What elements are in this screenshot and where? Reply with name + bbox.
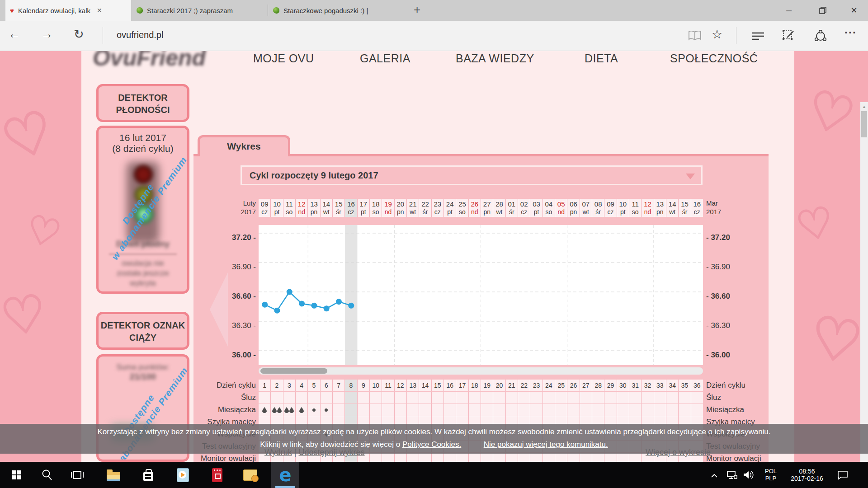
grid-cell[interactable]: [555, 404, 567, 416]
grid-cell[interactable]: 11: [382, 380, 394, 391]
grid-cell[interactable]: 23: [530, 380, 542, 391]
grid-cell[interactable]: 36: [691, 380, 703, 391]
grid-cell[interactable]: [555, 453, 567, 462]
new-tab-button[interactable]: +: [414, 3, 420, 17]
grid-cell[interactable]: [432, 404, 443, 416]
grid-cell[interactable]: [456, 392, 468, 404]
grid-cell[interactable]: [543, 392, 555, 404]
grid-cell[interactable]: [567, 392, 579, 404]
action-center-icon[interactable]: [837, 470, 848, 482]
grid-cell[interactable]: [617, 453, 629, 462]
grid-cell[interactable]: 10: [370, 380, 382, 391]
grid-cell[interactable]: 6: [321, 380, 332, 391]
grid-cell[interactable]: [333, 404, 344, 416]
grid-cell[interactable]: [629, 392, 641, 404]
favorites-star-icon[interactable]: ☆: [712, 27, 722, 42]
grid-cell[interactable]: [654, 392, 666, 404]
grid-cell[interactable]: [654, 404, 666, 416]
grid-cell[interactable]: [493, 453, 505, 462]
restore-button[interactable]: [812, 0, 833, 21]
network-icon[interactable]: [726, 470, 737, 482]
task-view-button[interactable]: [63, 462, 91, 488]
grid-cell[interactable]: [506, 453, 518, 462]
grid-cell[interactable]: [395, 404, 406, 416]
grid-cell[interactable]: [432, 392, 443, 404]
grid-cell[interactable]: 30: [617, 380, 629, 391]
grid-cell[interactable]: 12: [395, 380, 406, 391]
grid-cell[interactable]: [382, 404, 394, 416]
grid-cell[interactable]: 32: [642, 380, 653, 391]
grid-cell[interactable]: [382, 392, 394, 404]
grid-cell[interactable]: [481, 404, 493, 416]
security-app-button[interactable]: [203, 462, 231, 488]
grid-cell[interactable]: [617, 404, 629, 416]
grid-cell[interactable]: [518, 453, 530, 462]
grid-cell[interactable]: [679, 392, 690, 404]
grid-cell[interactable]: [555, 392, 567, 404]
grid-cell[interactable]: [481, 453, 493, 462]
hub-icon[interactable]: [751, 32, 765, 42]
grid-cell[interactable]: [345, 404, 357, 416]
tab-inactive-1[interactable]: Staraczki 2017 ;) zapraszam: [132, 0, 268, 21]
grid-cell[interactable]: [642, 404, 653, 416]
grid-cell[interactable]: [592, 392, 604, 404]
grid-cell[interactable]: [666, 404, 678, 416]
start-button[interactable]: [3, 462, 31, 488]
previous-cycle-arrow[interactable]: [210, 272, 228, 347]
grid-cell[interactable]: [691, 404, 703, 416]
mail-app-button[interactable]: [236, 462, 264, 488]
media-player-button[interactable]: [169, 462, 197, 488]
grid-cell[interactable]: 14: [419, 380, 431, 391]
tray-chevron-icon[interactable]: [711, 472, 718, 480]
grid-cell[interactable]: 3: [283, 380, 295, 391]
grid-cell[interactable]: [481, 392, 493, 404]
grid-cell[interactable]: 18: [469, 380, 481, 391]
grid-cell[interactable]: 13: [407, 380, 419, 391]
grid-cell[interactable]: [370, 404, 382, 416]
grid-cell[interactable]: 7: [333, 380, 344, 391]
url-text[interactable]: ovufriend.pl: [117, 30, 163, 40]
grid-cell[interactable]: [358, 392, 369, 404]
grid-cell[interactable]: [580, 404, 592, 416]
grid-cell[interactable]: [666, 392, 678, 404]
grid-cell[interactable]: [530, 453, 542, 462]
grid-cell[interactable]: [358, 404, 369, 416]
grid-cell[interactable]: [592, 404, 604, 416]
grid-cell[interactable]: [407, 392, 419, 404]
grid-cell[interactable]: [567, 453, 579, 462]
reading-view-icon[interactable]: [688, 31, 702, 42]
cycle-dropdown[interactable]: Cykl rozpoczęty 9 lutego 2017: [241, 165, 703, 185]
grid-cell[interactable]: [629, 453, 641, 462]
minimize-button[interactable]: –: [778, 0, 799, 21]
grid-cell[interactable]: [469, 404, 481, 416]
grid-cell[interactable]: [321, 404, 332, 416]
grid-cell[interactable]: 8: [345, 380, 357, 391]
grid-cell[interactable]: 21: [506, 380, 518, 391]
grid-cell[interactable]: [604, 392, 616, 404]
grid-cell[interactable]: 27: [580, 380, 592, 391]
grid-cell[interactable]: [493, 404, 505, 416]
grid-cell[interactable]: [259, 392, 270, 404]
cookie-dismiss-link[interactable]: Nie pokazuj więcej tego komunikatu.: [484, 440, 608, 449]
grid-cell[interactable]: [530, 404, 542, 416]
grid-cell[interactable]: [456, 453, 468, 462]
file-explorer-button[interactable]: [99, 462, 127, 488]
grid-cell[interactable]: [382, 453, 394, 462]
grid-cell[interactable]: [506, 392, 518, 404]
grid-cell[interactable]: [604, 404, 616, 416]
grid-cell[interactable]: 17: [456, 380, 468, 391]
grid-cell[interactable]: [407, 404, 419, 416]
grid-cell[interactable]: [283, 392, 295, 404]
grid-cell[interactable]: [506, 404, 518, 416]
share-icon[interactable]: [814, 30, 827, 44]
grid-cell[interactable]: [456, 404, 468, 416]
grid-cell[interactable]: [518, 392, 530, 404]
grid-cell[interactable]: 22: [518, 380, 530, 391]
grid-cell[interactable]: [444, 404, 456, 416]
grid-cell[interactable]: [543, 404, 555, 416]
grid-cell[interactable]: 26: [567, 380, 579, 391]
grid-cell[interactable]: 1: [259, 380, 270, 391]
grid-cell[interactable]: 25: [555, 380, 567, 391]
grid-cell[interactable]: [370, 392, 382, 404]
grid-cell[interactable]: [296, 392, 307, 404]
